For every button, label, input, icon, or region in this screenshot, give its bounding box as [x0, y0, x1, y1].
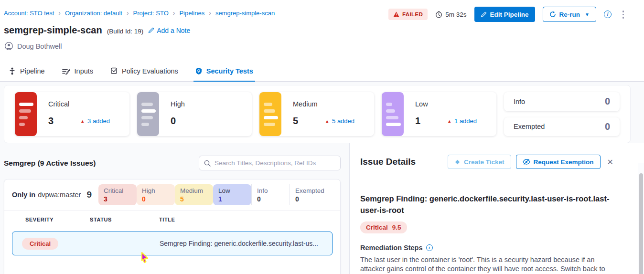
added-indicator: ▲5 added	[325, 117, 354, 125]
chevron-right-icon: ›	[127, 10, 129, 16]
remediation-steps-title: Remediation Steps	[360, 244, 423, 252]
severity-card-info: Info 0	[504, 92, 620, 111]
triangle-up-icon: ▲	[325, 119, 329, 124]
severity-card-high: High 0	[137, 92, 252, 136]
diamond-icon	[454, 159, 461, 165]
shield-icon	[195, 67, 202, 75]
main-content: Critical 3 ▲3 added High 0	[0, 82, 644, 274]
filter-pill-label: High	[142, 187, 175, 194]
severity-score-badge: Critical 9.5	[360, 221, 407, 233]
breadcrumb-project[interactable]: Project: STO	[133, 10, 169, 17]
filter-pill-count: 0	[295, 195, 335, 203]
chevron-right-icon: ›	[58, 10, 61, 16]
pencil-icon	[148, 27, 154, 33]
chevron-right-icon: ›	[209, 10, 211, 16]
severity-card-label: Exempted	[514, 123, 545, 130]
breadcrumb: Account: STO test› Organization: default…	[4, 10, 275, 17]
severity-card-count: 1	[415, 116, 420, 126]
added-indicator: ▲3 added	[80, 117, 110, 125]
severity-card-critical: Critical 3 ▲3 added	[15, 92, 129, 136]
filter-pill-medium[interactable]: Medium 5	[175, 184, 213, 205]
column-header-title: TITLE	[159, 217, 340, 222]
eye-off-icon	[523, 158, 530, 165]
breadcrumb-account[interactable]: Account: STO test	[4, 10, 54, 17]
critical-bars-icon	[15, 92, 37, 136]
more-options-menu[interactable]	[620, 10, 627, 20]
rerun-label: Re-run	[559, 11, 580, 18]
severity-card-label: Medium	[293, 100, 374, 108]
info-icon[interactable]: i	[426, 244, 433, 251]
page-title: semgrep-simple-scan	[4, 25, 102, 36]
column-header-severity: SEVERITY	[25, 217, 90, 222]
duration: 5m 32s	[435, 11, 466, 18]
severity-card-count: 0	[171, 116, 176, 126]
filter-pill-critical[interactable]: Critical 3	[98, 184, 137, 205]
issue-group-header: Only in dvpwa:master 9 Critical 3 High 0…	[4, 179, 340, 210]
severity-card-count: 0	[605, 121, 610, 132]
status-badge: FAILED	[388, 9, 428, 20]
filter-pill-count: 5	[180, 195, 213, 203]
close-icon[interactable]: ✕	[607, 158, 613, 167]
severity-card-label: Info	[514, 98, 525, 105]
group-branch: dvpwa:master	[38, 191, 81, 199]
duration-value: 5m 32s	[445, 11, 466, 18]
search-box[interactable]	[199, 156, 341, 170]
search-input[interactable]	[215, 159, 335, 167]
tab-policy-evaluations[interactable]: Policy Evaluations	[110, 61, 178, 81]
request-exemption-button[interactable]: Request Exemption	[516, 155, 601, 169]
filter-pill-exempted[interactable]: Exempted 0	[290, 184, 335, 205]
filter-pill-low[interactable]: Low 1	[213, 184, 251, 205]
filter-pill-label: Low	[218, 187, 251, 194]
breadcrumb-current-pipeline[interactable]: semgrep-simple-scan	[215, 10, 275, 17]
severity-filter-pills: Critical 3 High 0 Medium 5 Low 1 Info	[98, 184, 335, 205]
edit-pipeline-label: Edit Pipeline	[490, 11, 529, 18]
filter-pill-high[interactable]: High 0	[137, 184, 175, 205]
row-severity-badge: Critical	[22, 238, 58, 250]
tab-inputs-label: Inputs	[75, 67, 94, 75]
warning-triangle-icon	[393, 11, 399, 17]
tab-bar: Pipeline Inputs Policy Evaluations Secur…	[0, 61, 644, 82]
inputs-icon	[62, 68, 70, 75]
pencil-icon	[481, 11, 487, 18]
filter-pill-count: 0	[142, 195, 175, 203]
severity-card-count: 5	[293, 116, 298, 126]
tab-inputs[interactable]: Inputs	[62, 61, 94, 81]
filter-pill-info[interactable]: Info 0	[251, 184, 290, 205]
create-ticket-button[interactable]: Create Ticket	[448, 155, 511, 169]
issues-table-card: Only in dvpwa:master 9 Critical 3 High 0…	[4, 179, 341, 274]
table-row[interactable]: Critical Semgrep Finding: generic.docker…	[12, 232, 333, 255]
tab-security-tests[interactable]: Security Tests	[195, 61, 253, 81]
add-note-link[interactable]: Add a Note	[148, 27, 190, 34]
issues-panel-title: Semgrep (9 Active Issues)	[4, 159, 96, 168]
filter-pill-count: 3	[104, 195, 137, 203]
filter-pill-label: Medium	[180, 187, 213, 194]
low-bars-icon	[382, 92, 404, 136]
scrollbar-thumb[interactable]	[639, 173, 643, 274]
caret-down-icon[interactable]: ▼	[585, 12, 590, 17]
policy-check-icon	[110, 67, 118, 75]
severity-card-exempted: Exempted 0	[504, 117, 620, 137]
user-avatar-icon	[5, 42, 13, 50]
request-exemption-label: Request Exemption	[534, 158, 594, 166]
details-panel-title: Issue Details	[360, 157, 416, 167]
issue-details-panel: Issue Details Create Ticket Request Exem…	[350, 143, 644, 274]
severity-card-label: High	[171, 100, 252, 108]
rerun-button[interactable]: Re-run ▼	[543, 7, 596, 22]
breadcrumb-pipelines[interactable]: Pipelines	[179, 10, 204, 17]
severity-card-count: 0	[605, 96, 610, 107]
vertical-scrollbar[interactable]	[638, 163, 644, 274]
breadcrumb-organization[interactable]: Organization: default	[65, 10, 122, 17]
refresh-icon	[549, 11, 556, 18]
severity-summary: Critical 3 ▲3 added High 0	[4, 85, 631, 143]
severity-score: 9.5	[392, 224, 401, 231]
group-total-count: 9	[86, 190, 92, 200]
triangle-up-icon: ▲	[80, 119, 85, 124]
severity-label: Critical	[366, 224, 388, 231]
status-badge-label: FAILED	[402, 11, 423, 17]
severity-card-count: 3	[48, 116, 54, 126]
tab-pipeline-label: Pipeline	[20, 67, 45, 75]
column-header-status: STATUS	[90, 217, 159, 222]
info-icon[interactable]: i	[604, 11, 612, 18]
tab-pipeline[interactable]: Pipeline	[9, 61, 45, 81]
edit-pipeline-button[interactable]: Edit Pipeline	[474, 7, 535, 22]
